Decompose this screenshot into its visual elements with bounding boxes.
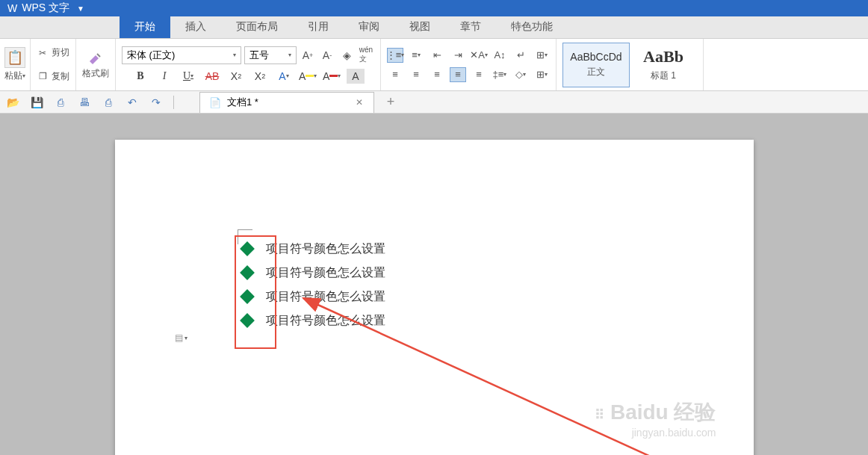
clear-format-button[interactable]: ◈ bbox=[338, 47, 355, 64]
tab-references[interactable]: 引用 bbox=[293, 16, 344, 38]
shading-button[interactable]: ◇▾ bbox=[512, 67, 529, 82]
clipboard-group: ✂ 剪切 ❐ 复制 bbox=[31, 39, 76, 90]
numbered-list-button[interactable]: ≡▾ bbox=[408, 48, 424, 63]
tab-page-layout[interactable]: 页面布局 bbox=[221, 16, 293, 38]
underline-button[interactable]: U▾ bbox=[179, 69, 197, 84]
font-group: 宋体 (正文) ▾ 五号 ▾ A+ A- ◈ wén文 B I U▾ AB X2… bbox=[116, 39, 381, 90]
style-heading1[interactable]: AaBb 标题 1 bbox=[630, 43, 697, 87]
open-icon[interactable]: 📂 bbox=[6, 96, 19, 109]
undo-icon[interactable]: ↶ bbox=[125, 96, 139, 109]
style-normal[interactable]: AaBbCcDd 正文 bbox=[562, 43, 630, 87]
chevron-down-icon: ▾ bbox=[185, 335, 187, 341]
brush-icon[interactable] bbox=[87, 49, 105, 67]
app-logo-icon: W bbox=[7, 2, 17, 14]
annotation-box bbox=[235, 235, 276, 349]
font-name-select[interactable]: 宋体 (正文) ▾ bbox=[122, 46, 241, 64]
list-item[interactable]: 项目符号颜色怎么设置 bbox=[235, 309, 634, 332]
tab-special[interactable]: 特色功能 bbox=[496, 16, 568, 38]
show-marks-button[interactable]: ↵ bbox=[512, 48, 529, 63]
copy-label: 复制 bbox=[52, 70, 69, 83]
save-icon[interactable]: 💾 bbox=[30, 96, 43, 109]
title-bar: W WPS 文字 ▼ bbox=[0, 0, 868, 16]
align-center-button[interactable]: ≡ bbox=[408, 67, 424, 82]
align-justify-button[interactable]: ≡ bbox=[450, 67, 466, 82]
styles-group: AaBbCcDd 正文 AaBb 标题 1 bbox=[557, 39, 704, 90]
font-size-select[interactable]: 五号 ▾ bbox=[244, 46, 297, 64]
font-color-button[interactable]: A▾ bbox=[323, 69, 341, 84]
doc-tab[interactable]: 📄 文档1 * ✕ bbox=[199, 92, 374, 113]
quick-access-bar: 📂 💾 ⎙ 🖶 ⎙ ↶ ↷ 📄 文档1 * ✕ + bbox=[0, 91, 868, 114]
decrease-indent-button[interactable]: ⇤ bbox=[429, 48, 445, 63]
tab-start[interactable]: 开始 bbox=[120, 16, 170, 38]
superscript-button[interactable]: X2 bbox=[227, 69, 245, 84]
char-shading-button[interactable]: A bbox=[347, 69, 365, 84]
increase-font-button[interactable]: A+ bbox=[300, 47, 316, 64]
doc-tab-title: 文档1 * bbox=[227, 96, 258, 109]
bold-button[interactable]: B bbox=[131, 69, 149, 84]
list-item-text: 项目符号颜色怎么设置 bbox=[266, 285, 385, 309]
watermark: ⠿ Baidu 经验 jingyan.baidu.com bbox=[595, 398, 716, 439]
subscript-button[interactable]: X2 bbox=[251, 69, 269, 84]
separator bbox=[173, 96, 174, 109]
align-left-button[interactable]: ≡ bbox=[387, 67, 403, 82]
font-name-value: 宋体 (正文) bbox=[127, 49, 175, 62]
align-right-button[interactable]: ≡ bbox=[429, 67, 445, 82]
app-title-text: WPS 文字 bbox=[22, 1, 69, 15]
list-item[interactable]: 项目符号颜色怎么设置 bbox=[235, 237, 634, 261]
strikethrough-button[interactable]: AB bbox=[203, 69, 221, 84]
bullet-list-button[interactable]: ⋮≡▾ bbox=[387, 48, 403, 63]
italic-button[interactable]: I bbox=[155, 69, 173, 84]
text-direction-button[interactable]: ✕A▾ bbox=[471, 48, 487, 63]
tab-insert[interactable]: 插入 bbox=[170, 16, 221, 38]
text-effect-button[interactable]: A▾ bbox=[275, 69, 293, 84]
chevron-down-icon: ▾ bbox=[233, 52, 236, 58]
format-painter-button[interactable]: 格式刷 bbox=[82, 67, 109, 80]
tab-view[interactable]: 视图 bbox=[394, 16, 445, 38]
list-item-text: 项目符号颜色怎么设置 bbox=[266, 237, 385, 261]
cut-label: 剪切 bbox=[52, 46, 69, 59]
copy-icon: ❐ bbox=[37, 70, 49, 82]
tab-chapter[interactable]: 章节 bbox=[445, 16, 496, 38]
menu-tab-bar: 开始 插入 页面布局 引用 审阅 视图 章节 特色功能 bbox=[0, 16, 868, 39]
ribbon: 📋 粘贴 ▾ ✂ 剪切 ❐ 复制 格式刷 宋体 (正文) ▾ 五号 bbox=[0, 39, 868, 91]
redo-icon[interactable]: ↷ bbox=[149, 96, 163, 109]
app-title-dropdown-icon[interactable]: ▼ bbox=[77, 4, 84, 13]
watermark-sub: jingyan.baidu.com bbox=[595, 427, 716, 439]
paste-icon[interactable]: 📋 bbox=[4, 47, 25, 68]
paw-icon: ⠿ bbox=[595, 407, 604, 422]
insert-control[interactable]: ▤ ▾ bbox=[175, 330, 196, 345]
bullet-list: 项目符号颜色怎么设置 项目符号颜色怎么设置 项目符号颜色怎么设置 项目符号颜色怎… bbox=[235, 237, 634, 332]
app-title[interactable]: W WPS 文字 ▼ bbox=[0, 1, 92, 15]
style-preview: AaBb bbox=[643, 47, 683, 66]
print-direct-icon[interactable]: ⎙ bbox=[102, 96, 115, 109]
line-spacing-button[interactable]: ‡≡▾ bbox=[492, 67, 508, 82]
font-size-value: 五号 bbox=[249, 49, 269, 62]
document-page[interactable]: ▤ ▾ 项目符号颜色怎么设置 项目符号颜色怎么设置 项目符号颜色怎么设置 项目符… bbox=[115, 140, 754, 455]
copy-button[interactable]: ❐ 复制 bbox=[37, 70, 69, 83]
list-item[interactable]: 项目符号颜色怎么设置 bbox=[235, 285, 634, 309]
print-icon[interactable]: 🖶 bbox=[78, 96, 91, 109]
highlight-button[interactable]: A▾ bbox=[299, 69, 317, 84]
list-item-text: 项目符号颜色怎么设置 bbox=[266, 309, 385, 332]
format-painter-group: 格式刷 bbox=[76, 39, 116, 90]
add-tab-button[interactable]: + bbox=[382, 93, 400, 111]
close-tab-icon[interactable]: ✕ bbox=[354, 97, 365, 108]
tab-review[interactable]: 审阅 bbox=[344, 16, 394, 38]
watermark-main: Baidu 经验 bbox=[610, 400, 716, 424]
cut-button[interactable]: ✂ 剪切 bbox=[37, 46, 69, 59]
sort-button[interactable]: A↕ bbox=[492, 48, 508, 63]
list-item[interactable]: 项目符号颜色怎么设置 bbox=[235, 261, 634, 285]
increase-indent-button[interactable]: ⇥ bbox=[450, 48, 466, 63]
style-label: 正文 bbox=[587, 66, 605, 78]
chevron-down-icon: ▾ bbox=[288, 52, 291, 58]
paste-button[interactable]: 粘贴 ▾ bbox=[4, 69, 25, 82]
table-button[interactable]: ⊞▾ bbox=[533, 48, 550, 63]
style-preview: AaBbCcDd bbox=[570, 51, 621, 63]
decrease-font-button[interactable]: A- bbox=[319, 47, 335, 64]
document-icon: 📄 bbox=[209, 96, 221, 108]
phonetic-button[interactable]: wén文 bbox=[358, 47, 374, 64]
document-area: ▤ ▾ 项目符号颜色怎么设置 项目符号颜色怎么设置 项目符号颜色怎么设置 项目符… bbox=[0, 114, 868, 455]
borders-button[interactable]: ⊞▾ bbox=[533, 67, 550, 82]
print-preview-icon[interactable]: ⎙ bbox=[54, 96, 67, 109]
align-distribute-button[interactable]: ≡ bbox=[471, 67, 487, 82]
